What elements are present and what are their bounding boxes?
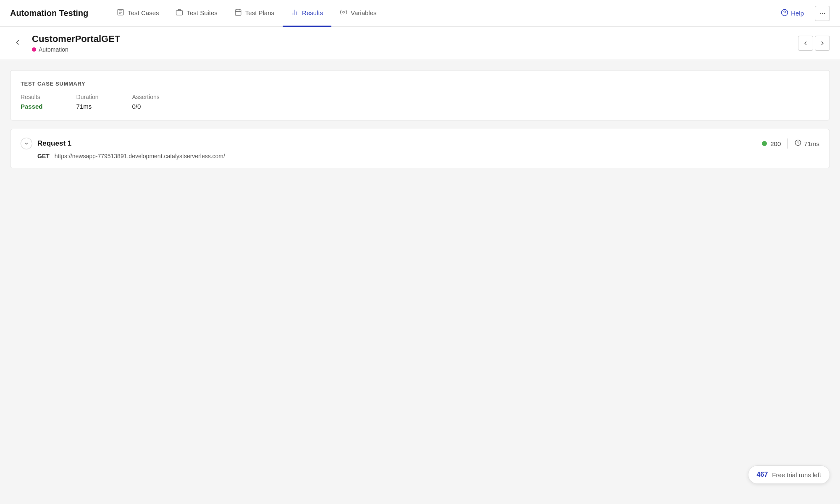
help-circle-icon	[781, 9, 788, 18]
request-card: Request 1 200 71ms	[10, 129, 830, 168]
time-indicator: 71ms	[795, 139, 819, 148]
status-indicator: 200	[762, 140, 781, 147]
summary-assertions-col: Assertions 0/0	[132, 94, 159, 110]
clock-icon	[795, 139, 801, 148]
svg-rect-4	[176, 10, 183, 15]
results-icon	[291, 8, 299, 18]
tab-test-suites-label: Test Suites	[186, 9, 217, 16]
tab-test-suites[interactable]: Test Suites	[167, 0, 226, 27]
divider	[788, 138, 788, 149]
request-meta: GET https://newsapp-779513891.developmen…	[37, 153, 819, 159]
header: Automation Testing Test Cases	[0, 0, 840, 27]
tab-test-cases-label: Test Cases	[128, 9, 159, 16]
variables-icon	[340, 8, 347, 18]
help-button[interactable]: Help	[775, 6, 810, 20]
svg-rect-5	[235, 10, 241, 16]
back-button[interactable]	[10, 37, 25, 50]
test-cases-icon	[117, 8, 124, 18]
help-label: Help	[791, 10, 804, 17]
test-suites-icon	[176, 8, 183, 18]
request-title: Request 1	[37, 139, 71, 148]
main-content: TEST CASE SUMMARY Results Passed Duratio…	[0, 60, 840, 178]
test-plans-icon	[234, 8, 242, 18]
summary-results-value: Passed	[21, 103, 43, 110]
app-title: Automation Testing	[10, 8, 88, 18]
request-method: GET	[37, 153, 50, 159]
nav-tabs: Test Cases Test Suites Tes	[108, 0, 775, 26]
sub-header-left: CustomerPortalGET Automation	[10, 34, 120, 53]
status-code: 200	[770, 140, 781, 147]
summary-assertions-label: Assertions	[132, 94, 159, 100]
summary-duration-label: Duration	[76, 94, 99, 100]
collapse-button[interactable]	[21, 138, 32, 149]
status-badge: Automation	[32, 46, 120, 53]
tab-test-plans-label: Test Plans	[245, 9, 274, 16]
tab-test-cases[interactable]: Test Cases	[108, 0, 167, 27]
next-button[interactable]	[815, 36, 830, 51]
request-right: 200 71ms	[762, 138, 819, 149]
sub-header: CustomerPortalGET Automation	[0, 27, 840, 60]
summary-results-label: Results	[21, 94, 43, 100]
tab-variables-label: Variables	[351, 9, 376, 16]
summary-card: TEST CASE SUMMARY Results Passed Duratio…	[10, 70, 830, 120]
summary-duration-value: 71ms	[76, 103, 99, 110]
page-title: CustomerPortalGET	[32, 34, 120, 44]
request-header: Request 1 200 71ms	[21, 138, 819, 149]
trial-count: 467	[757, 471, 768, 478]
nav-arrows	[798, 36, 830, 51]
tab-test-plans[interactable]: Test Plans	[226, 0, 283, 27]
summary-duration-col: Duration 71ms	[76, 94, 99, 110]
more-button[interactable]: ···	[815, 6, 830, 21]
green-dot	[762, 141, 767, 146]
summary-results-col: Results Passed	[21, 94, 43, 110]
svg-point-12	[343, 11, 345, 13]
page-title-block: CustomerPortalGET Automation	[32, 34, 120, 53]
summary-assertions-value: 0/0	[132, 103, 159, 110]
status-label: Automation	[39, 46, 68, 53]
request-left: Request 1	[21, 138, 71, 149]
summary-row: Results Passed Duration 71ms Assertions …	[21, 94, 819, 110]
more-icon: ···	[819, 9, 825, 18]
request-url: https://newsapp-779513891.development.ca…	[55, 153, 225, 159]
tab-variables[interactable]: Variables	[331, 0, 385, 27]
tab-results-label: Results	[302, 9, 323, 16]
nav-right: Help ···	[775, 6, 830, 21]
trial-text: Free trial runs left	[772, 471, 821, 478]
status-dot	[32, 47, 36, 52]
free-trial-badge: 467 Free trial runs left	[748, 465, 830, 484]
prev-button[interactable]	[798, 36, 813, 51]
request-duration: 71ms	[804, 140, 819, 147]
summary-section-title: TEST CASE SUMMARY	[21, 81, 819, 87]
tab-results[interactable]: Results	[283, 0, 331, 27]
